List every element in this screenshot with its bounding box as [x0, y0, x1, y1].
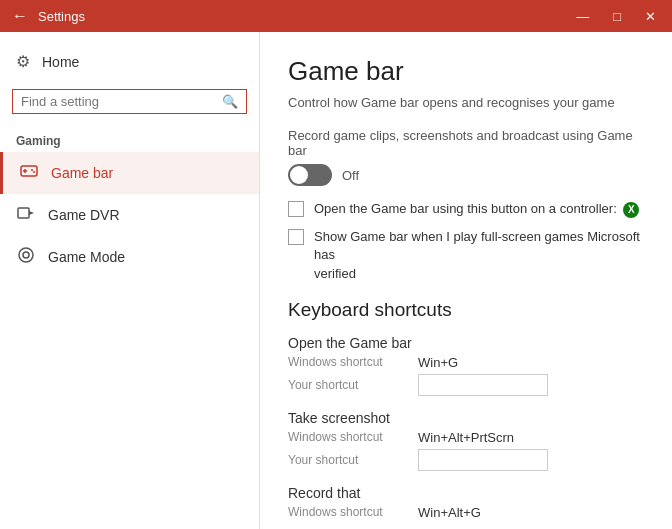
sidebar: ⚙ Home 🔍 Gaming Game bar [0, 32, 260, 529]
search-input[interactable] [21, 94, 222, 109]
shortcut-row-record-windows: Windows shortcut Win+Alt+G [288, 505, 644, 520]
search-icon: 🔍 [222, 94, 238, 109]
main-content: ⚙ Home 🔍 Gaming Game bar [0, 32, 672, 529]
shortcuts-title: Keyboard shortcuts [288, 299, 644, 321]
shortcut-row-open-windows: Windows shortcut Win+G [288, 355, 644, 370]
shortcut-windows-label-2: Windows shortcut [288, 505, 418, 519]
sidebar-item-home[interactable]: ⚙ Home [0, 42, 259, 81]
shortcut-your-input-1[interactable] [418, 449, 548, 471]
shortcut-your-label-0: Your shortcut [288, 378, 418, 392]
svg-rect-5 [18, 208, 29, 218]
maximize-button[interactable]: □ [609, 9, 625, 24]
svg-point-3 [31, 169, 33, 171]
checkbox-row-2: Show Game bar when I play full-screen ga… [288, 228, 644, 283]
checkbox-2-text: Show Game bar when I play full-screen ga… [314, 228, 644, 283]
home-label: Home [42, 54, 79, 70]
shortcut-group-screenshot-title: Take screenshot [288, 410, 644, 426]
shortcut-group-open-title: Open the Game bar [288, 335, 644, 351]
shortcut-windows-value-1: Win+Alt+PrtScrn [418, 430, 514, 445]
record-label: Record game clips, screenshots and broad… [288, 128, 644, 158]
game-bar-icon [19, 162, 39, 184]
page-title: Game bar [288, 56, 644, 87]
sidebar-item-game-bar-label: Game bar [51, 165, 113, 181]
sidebar-section-label: Gaming [0, 122, 259, 152]
sidebar-item-game-dvr[interactable]: Game DVR [0, 194, 259, 236]
xbox-icon: X [623, 202, 639, 218]
home-icon: ⚙ [16, 52, 30, 71]
minimize-button[interactable]: — [572, 9, 593, 24]
toggle-off-label: Off [342, 168, 359, 183]
window: ← Settings — □ ✕ ⚙ Home 🔍 Gaming [0, 0, 672, 529]
back-button[interactable]: ← [12, 7, 28, 25]
checkbox-row-1: Open the Game bar using this button on a… [288, 200, 644, 218]
shortcut-windows-value-2: Win+Alt+G [418, 505, 481, 520]
content-area: Game bar Control how Game bar opens and … [260, 32, 672, 529]
svg-marker-6 [29, 211, 34, 215]
sidebar-item-game-mode[interactable]: Game Mode [0, 236, 259, 278]
checkbox-1[interactable] [288, 201, 304, 217]
checkbox-2[interactable] [288, 229, 304, 245]
toggle-row: Off [288, 164, 644, 186]
window-controls: — □ ✕ [572, 9, 660, 24]
svg-point-4 [33, 171, 35, 173]
sidebar-item-game-dvr-label: Game DVR [48, 207, 120, 223]
game-mode-icon [16, 246, 36, 268]
checkbox-1-text: Open the Game bar using this button on a… [314, 200, 639, 218]
sidebar-item-game-bar[interactable]: Game bar [0, 152, 259, 194]
shortcut-windows-label-1: Windows shortcut [288, 430, 418, 444]
game-dvr-icon [16, 204, 36, 226]
shortcut-row-screenshot-yours: Your shortcut [288, 449, 644, 471]
shortcut-group-screenshot: Take screenshot Windows shortcut Win+Alt… [288, 410, 644, 471]
shortcut-row-screenshot-windows: Windows shortcut Win+Alt+PrtScrn [288, 430, 644, 445]
shortcut-windows-value-0: Win+G [418, 355, 458, 370]
svg-point-7 [19, 248, 33, 262]
shortcut-row-open-yours: Your shortcut [288, 374, 644, 396]
title-bar: ← Settings — □ ✕ [0, 0, 672, 32]
window-title: Settings [38, 9, 572, 24]
search-box: 🔍 [12, 89, 247, 114]
close-button[interactable]: ✕ [641, 9, 660, 24]
toggle-thumb [290, 166, 308, 184]
shortcut-group-record: Record that Windows shortcut Win+Alt+G [288, 485, 644, 520]
sidebar-item-game-mode-label: Game Mode [48, 249, 125, 265]
shortcut-group-open: Open the Game bar Windows shortcut Win+G… [288, 335, 644, 396]
record-toggle[interactable] [288, 164, 332, 186]
svg-point-8 [23, 252, 29, 258]
shortcut-your-input-0[interactable] [418, 374, 548, 396]
shortcut-windows-label-0: Windows shortcut [288, 355, 418, 369]
shortcut-your-label-1: Your shortcut [288, 453, 418, 467]
shortcut-group-record-title: Record that [288, 485, 644, 501]
page-subtitle: Control how Game bar opens and recognise… [288, 95, 644, 110]
